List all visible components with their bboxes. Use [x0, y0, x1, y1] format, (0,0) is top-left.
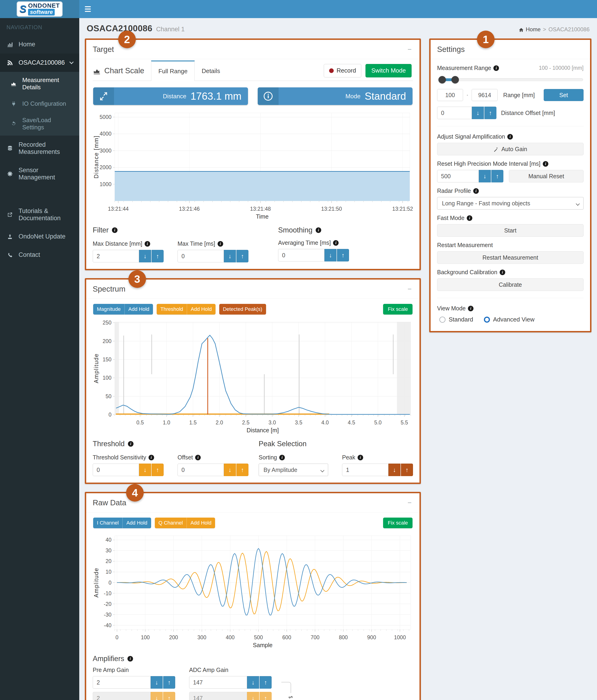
sidebar-item-osaca[interactable]: OSACA2100086 — [0, 53, 79, 72]
threshold-sensitivity-input[interactable] — [93, 464, 139, 476]
info-icon[interactable] — [473, 188, 479, 194]
distance-offset-input[interactable] — [437, 107, 472, 119]
q-channel-add-hold-button[interactable]: Add Hold — [186, 518, 215, 528]
info-icon[interactable] — [218, 241, 223, 247]
info-icon[interactable] — [127, 656, 133, 661]
averaging-time-input[interactable] — [278, 249, 324, 261]
increment-button[interactable] — [237, 250, 248, 262]
sidebar-item-save-load-settings[interactable]: Save/Load Settings — [0, 112, 79, 135]
sidebar-item-ondonet-update[interactable]: OndoNet Update — [0, 227, 79, 246]
fix-scale-button[interactable]: Fix scale — [383, 518, 413, 528]
i-channel-legend-button[interactable]: I Channel Add Hold — [93, 518, 151, 528]
info-icon[interactable] — [279, 455, 285, 460]
logo-area[interactable]: S ONDONET software — [0, 0, 79, 18]
sidebar-item-measurement-details[interactable]: Measurement Details — [0, 72, 79, 96]
chain-link-icon[interactable] — [287, 693, 295, 700]
increment-button[interactable] — [401, 464, 413, 476]
breadcrumb-home-link[interactable]: Home — [519, 26, 541, 33]
set-range-button[interactable]: Set — [544, 89, 583, 101]
sidebar-item-io-configuration[interactable]: IO Configuration — [0, 96, 79, 112]
tab-details[interactable]: Details — [195, 60, 227, 81]
fix-scale-button[interactable]: Fix scale — [383, 304, 413, 315]
threshold-add-hold-button[interactable]: Add Hold — [187, 304, 216, 315]
i-channel-add-hold-button[interactable]: Add Hold — [122, 518, 151, 528]
collapse-icon[interactable] — [406, 46, 413, 53]
increment-button[interactable] — [152, 250, 164, 262]
offset-label: Offset — [177, 454, 248, 461]
threshold-legend-button[interactable]: Threshold Add Hold — [157, 304, 215, 315]
sidebar-item-contact[interactable]: Contact — [0, 246, 79, 264]
slider-handle-max[interactable] — [451, 76, 459, 83]
decrement-button[interactable] — [479, 170, 491, 182]
info-icon[interactable] — [467, 215, 472, 221]
decrement-button[interactable] — [224, 464, 236, 476]
decrement-button[interactable] — [247, 676, 259, 689]
increment-button[interactable] — [152, 464, 164, 476]
range-max-input[interactable] — [472, 89, 498, 101]
info-icon[interactable] — [316, 227, 321, 233]
decrement-button[interactable] — [224, 250, 236, 262]
info-icon[interactable] — [145, 241, 150, 247]
decrement-button[interactable] — [472, 107, 484, 119]
max-time-input[interactable] — [177, 250, 224, 262]
info-icon[interactable] — [128, 441, 133, 447]
info-circle-icon[interactable] — [258, 88, 279, 105]
manual-reset-button[interactable]: Manual Reset — [509, 170, 583, 182]
info-icon[interactable] — [500, 270, 505, 275]
decrement-button[interactable] — [324, 249, 337, 261]
increment-button[interactable] — [484, 107, 496, 119]
collapse-icon[interactable] — [406, 285, 413, 293]
switch-mode-button[interactable]: Switch Mode — [366, 64, 412, 77]
info-icon[interactable] — [112, 227, 118, 233]
info-icon[interactable] — [195, 455, 201, 460]
decrement-button[interactable] — [151, 676, 163, 689]
measurement-range-slider[interactable] — [438, 78, 583, 81]
record-button[interactable]: Record — [324, 64, 361, 77]
decrement-button[interactable] — [139, 250, 151, 262]
radar-profile-select[interactable]: Long Range - Fast moving objects — [437, 197, 583, 209]
sidebar-item-home[interactable]: Home — [0, 35, 79, 53]
detected-peaks-legend-button[interactable]: Detected Peak(s) — [219, 304, 266, 315]
peak-input[interactable] — [342, 464, 389, 476]
max-distance-input[interactable] — [93, 250, 139, 262]
calibrate-button[interactable]: Calibrate — [437, 278, 583, 291]
info-icon[interactable] — [333, 240, 339, 246]
info-icon[interactable] — [357, 455, 363, 460]
ondonet-logo: S ONDONET software — [17, 1, 63, 17]
sidebar: NAVIGATION HomeOSACA2100086Measurement D… — [0, 18, 79, 700]
tab-full-range[interactable]: Full Range — [151, 60, 195, 81]
range-min-input[interactable] — [437, 89, 463, 101]
sidebar-toggle-icon[interactable] — [84, 5, 92, 12]
increment-button[interactable] — [259, 676, 272, 689]
increment-button[interactable] — [237, 464, 248, 476]
sidebar-item-sensor-management[interactable]: Sensor Management — [0, 161, 79, 186]
magnitude-add-hold-button[interactable]: Add Hold — [124, 304, 153, 315]
decrement-button[interactable] — [139, 464, 151, 476]
adc-amp-gain-input[interactable] — [189, 676, 247, 689]
view-mode-standard-radio[interactable]: Standard — [440, 316, 473, 323]
sorting-select[interactable]: By Amplitude — [259, 464, 328, 476]
offset-input[interactable] — [177, 464, 224, 476]
expand-arrows-icon[interactable] — [93, 88, 114, 105]
info-icon[interactable] — [468, 306, 473, 311]
slider-handle-min[interactable] — [439, 76, 446, 83]
q-channel-legend-button[interactable]: Q Channel Add Hold — [155, 518, 215, 528]
info-icon[interactable] — [149, 455, 154, 460]
auto-gain-button[interactable]: Auto Gain — [437, 143, 583, 155]
sidebar-item-tutorials-documentation[interactable]: Tutorials & Documentation — [0, 202, 79, 227]
pre-amp-gain-input[interactable] — [93, 676, 151, 689]
collapse-icon[interactable] — [406, 499, 413, 506]
magnitude-legend-button[interactable]: Magnitude Add Hold — [93, 304, 153, 315]
restart-measurement-button[interactable]: Restart Measurement — [437, 251, 583, 264]
increment-button[interactable] — [491, 170, 503, 182]
decrement-button[interactable] — [389, 464, 400, 476]
sidebar-item-recorded-measurements[interactable]: Recorded Measurements — [0, 135, 79, 161]
view-mode-advanced-radio[interactable]: Advanced View — [484, 316, 534, 323]
increment-button[interactable] — [337, 249, 349, 261]
high-precision-interval-input[interactable] — [437, 170, 479, 182]
info-icon[interactable] — [543, 161, 548, 167]
increment-button[interactable] — [163, 676, 175, 689]
fast-mode-start-button[interactable]: Start — [437, 224, 583, 237]
info-icon[interactable] — [507, 134, 513, 140]
info-icon[interactable] — [493, 65, 499, 71]
